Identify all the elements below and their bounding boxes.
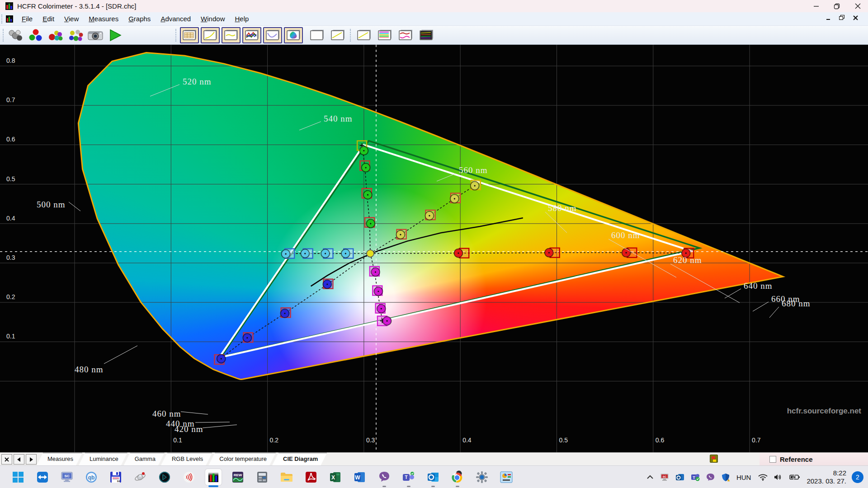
tray-outlook-icon[interactable] — [675, 473, 684, 481]
sensor-config-button[interactable] — [6, 27, 25, 43]
mdi-child-icon[interactable] — [6, 15, 13, 23]
taskbar-teams-icon[interactable]: T — [401, 469, 417, 485]
graph-tab-bar: MeasuresLuminanceGammaRGB LevelsColor te… — [0, 452, 868, 465]
graph-dark-button[interactable] — [417, 27, 436, 43]
taskbar-chrome-icon[interactable] — [449, 469, 466, 485]
menu-graphs[interactable]: Graphs — [123, 13, 156, 24]
tab-luminance[interactable]: Luminance — [79, 453, 127, 465]
run-measures-button[interactable] — [106, 27, 125, 43]
menu-file[interactable]: File — [17, 13, 38, 24]
taskbar-start-icon[interactable] — [10, 469, 26, 485]
tab-color-temperature[interactable]: Color temperature — [208, 453, 276, 465]
graph-waves-button[interactable] — [396, 27, 415, 43]
x-tick: 0.5 — [559, 436, 568, 444]
taskbar-screenconnect-icon[interactable]: SC — [59, 469, 75, 485]
menu-bar: FileEditViewMeasuresGraphsAdvancedWindow… — [0, 12, 868, 26]
graph-line2-button[interactable] — [354, 27, 373, 43]
notification-badge[interactable]: 2 — [852, 471, 863, 483]
toolbar-grip — [3, 29, 4, 42]
minimize-button[interactable] — [806, 0, 826, 12]
menu-grip — [1, 14, 3, 23]
system-tray: SC T ! HUN 8:22 2023. 03. 27. 2 — [646, 466, 868, 488]
menu-advanced[interactable]: Advanced — [156, 13, 196, 24]
taskbar-settings-icon[interactable] — [474, 469, 490, 485]
status-notifier-icon[interactable] — [710, 455, 718, 463]
taskbar-floppy-icon[interactable]: 64 — [108, 469, 124, 485]
menu-measures[interactable]: Measures — [84, 13, 123, 24]
child-close-button[interactable] — [851, 14, 860, 22]
taskbar-outlook-icon[interactable] — [425, 469, 441, 485]
measures-grid-button[interactable] — [180, 27, 199, 43]
gamma-graph-button[interactable] — [222, 27, 241, 43]
taskbar-word-icon[interactable]: W — [352, 469, 368, 485]
generator-colors-button[interactable] — [26, 27, 45, 43]
y-tick: 0.7 — [6, 96, 15, 103]
tray-chevron-icon[interactable] — [646, 475, 654, 479]
taskbar-soundwaves-icon[interactable] — [181, 469, 197, 485]
svg-text:REW: REW — [234, 473, 242, 477]
taskbar-hcfr-icon[interactable] — [205, 469, 222, 485]
menu-view[interactable]: View — [59, 13, 84, 24]
toolbar-separator — [350, 29, 351, 42]
taskbar-teamviewer-icon[interactable] — [34, 469, 51, 485]
tab-close-button[interactable] — [1, 454, 12, 465]
sweep-connector-red — [370, 253, 689, 253]
rgb-levels-graph-button[interactable] — [242, 27, 261, 43]
tray-battery-icon[interactable] — [789, 474, 800, 480]
watermark: hcfr.sourceforge.net — [787, 407, 862, 415]
luminance-graph-button[interactable] — [201, 27, 220, 43]
toolbar-grip2 — [175, 29, 177, 42]
graph-line-button[interactable] — [328, 27, 347, 43]
tray-screenconnect-icon[interactable]: SC — [660, 473, 669, 481]
child-restore-button[interactable] — [837, 14, 846, 22]
tray-viber-icon[interactable] — [706, 473, 715, 481]
child-minimize-button[interactable] — [824, 14, 833, 22]
cie-diagram-button[interactable] — [284, 27, 303, 43]
taskbar-colorapp-icon[interactable] — [498, 469, 514, 485]
taskbar-explorer-icon[interactable] — [278, 469, 295, 485]
menu-help[interactable]: Help — [230, 13, 254, 24]
tray-wifi-icon[interactable] — [758, 474, 768, 481]
tray-teams-icon[interactable]: T — [691, 473, 700, 481]
tab-prev-button[interactable] — [14, 454, 24, 465]
restore-button[interactable] — [826, 0, 847, 12]
tab-cie-diagram[interactable]: CIE Diagram — [272, 453, 327, 465]
svg-text:qb: qb — [88, 474, 95, 481]
cie-chart: 0.10.20.30.40.50.60.70.10.20.30.40.50.60… — [0, 45, 868, 452]
wavelength-label: 640 nm — [744, 281, 773, 291]
taskbar-qbittorrent-icon[interactable]: qb — [83, 469, 99, 485]
reference-label: Reference — [780, 455, 813, 463]
x-tick: 0.3 — [366, 436, 375, 444]
x-tick: 0.2 — [270, 436, 279, 444]
svg-text:T: T — [693, 475, 695, 480]
graph-plain-button[interactable] — [307, 27, 326, 43]
taskbar-viber-icon[interactable] — [376, 469, 392, 485]
taskbar-calculator-icon[interactable] — [254, 469, 270, 485]
reference-checkbox[interactable] — [769, 456, 776, 463]
measure-saturation-button[interactable] — [66, 27, 85, 43]
capture-button[interactable] — [86, 27, 105, 43]
taskbar-player-icon[interactable] — [156, 469, 173, 485]
graph-multiline-button[interactable] — [375, 27, 394, 43]
tab-rgb-levels[interactable]: RGB Levels — [161, 453, 212, 465]
tray-clock[interactable]: 8:22 2023. 03. 27. — [807, 469, 846, 485]
taskbar-rew-icon[interactable]: REW — [230, 469, 246, 485]
close-button[interactable] — [847, 0, 868, 12]
color-temp-graph-button[interactable] — [263, 27, 282, 43]
tray-language[interactable]: HUN — [736, 474, 751, 481]
menu-edit[interactable]: Edit — [38, 13, 59, 24]
tray-defender-icon[interactable]: ! — [721, 473, 730, 482]
wavelength-label: 420 nm — [175, 424, 203, 434]
tab-gamma[interactable]: Gamma — [124, 453, 165, 465]
taskbar-excel-icon[interactable]: X — [327, 469, 344, 485]
taskbar-acrobat-icon[interactable] — [303, 469, 319, 485]
tab-measures[interactable]: Measures — [37, 453, 82, 465]
menu-window[interactable]: Window — [196, 13, 230, 24]
tab-next-button[interactable] — [26, 454, 37, 465]
y-tick: 0.2 — [6, 293, 15, 300]
wavelength-label: 560 nm — [459, 165, 488, 175]
taskbar-atom-icon[interactable] — [132, 469, 148, 485]
tray-volume-icon[interactable] — [774, 474, 783, 481]
sweep-connector-blue — [219, 253, 370, 360]
measure-colors-button[interactable] — [46, 27, 65, 43]
